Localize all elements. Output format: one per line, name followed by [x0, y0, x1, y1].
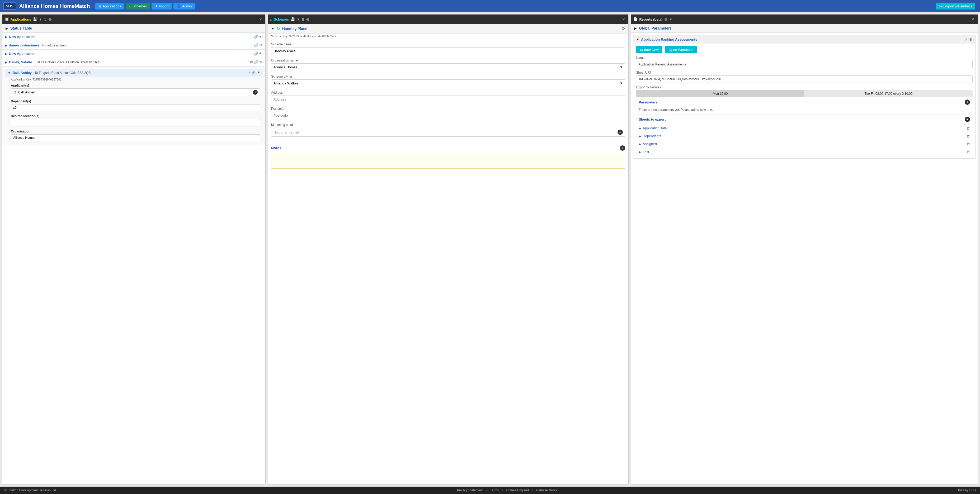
app-item-arrow[interactable]: ▶ [5, 35, 7, 39]
link-icon[interactable]: 🔗 [254, 60, 258, 64]
scheme-name-input[interactable] [271, 47, 625, 55]
app-title: Alliance Homes HomeMatch [19, 3, 90, 9]
add-sheet-btn[interactable]: + [965, 117, 970, 122]
eye-icon[interactable]: 👁 [259, 43, 262, 47]
address-input[interactable] [271, 95, 625, 103]
sheet-item-arrow[interactable]: ▶ [639, 126, 641, 130]
status-table-label: Status Table [10, 26, 32, 30]
privacy-statement-link[interactable]: Privacy Statement [457, 488, 483, 492]
notes-textarea[interactable] [271, 153, 625, 168]
link-icon[interactable]: 🔗 [254, 43, 258, 47]
postcode-input[interactable] [271, 112, 625, 119]
transfer-icon[interactable]: ⇄ [250, 60, 253, 64]
applications-nav-btn[interactable]: ⊞ Applications [95, 3, 124, 10]
schemes-body: ▼ ↻ Handley Place ⟳ Scheme Key: 9c21d3ca… [268, 24, 628, 484]
desired-locations-box[interactable] [11, 119, 260, 126]
scheme-owner-group: Scheme owner Amanda Walton ▼ [271, 75, 625, 87]
applications-panel-icon: 🔲 [5, 17, 9, 21]
app-item-arrow[interactable]: ▼ [8, 71, 11, 75]
schemes-nav-btn[interactable]: ⌂ Schemes [126, 3, 150, 10]
schemes-panel: ⌂ Schemes 💾 ▼ ⇅ ⊕ ✕ ▼ ↻ Handley Place ⟳ … [268, 14, 629, 484]
ranking-delete-btn[interactable]: 🗑 [969, 37, 973, 41]
sheet-item-name: Dependants [643, 134, 967, 138]
close-schemes-panel-btn[interactable]: ✕ [621, 17, 626, 22]
terms-link[interactable]: Terms [490, 488, 499, 492]
status-table-row[interactable]: ▶ Status Table [2, 24, 265, 33]
ranking-resize-btn[interactable]: ⤢ [965, 37, 968, 41]
logout-btn[interactable]: ↪ Logout williamhalls [936, 3, 975, 10]
delete-sheet-btn[interactable]: 🗑 [967, 142, 970, 146]
ranking-header: ▼ Application Ranking Assessments ⤢ 🗑 [633, 35, 975, 43]
add-email-btn[interactable]: + [617, 130, 623, 135]
ranking-collapse-arrow[interactable]: ▼ [636, 38, 640, 41]
schedule-1: Mon 16:00 [636, 90, 804, 97]
delete-sheet-btn[interactable]: 🗑 [967, 134, 970, 138]
sheet-item-arrow[interactable]: ▶ [639, 150, 641, 154]
ranking-buttons: Update Now Open Workbook [636, 46, 973, 53]
sort-schemes-icon[interactable]: ⇅ [302, 17, 304, 21]
scheme-owner-select[interactable]: Amanda Walton ▼ [271, 79, 625, 87]
scheme-collapse-arrow[interactable]: ▼ [271, 27, 275, 30]
organisation-section: Organisation Alliance Homes [5, 128, 262, 143]
transfer-icon[interactable]: ⇄ [247, 71, 250, 75]
built-by: Built by SDS [958, 488, 976, 492]
homes-england-link[interactable]: Homes England [506, 488, 529, 492]
no-params-text: There are no parameters yet. Please add … [636, 107, 973, 114]
app-item-arrow[interactable]: ▶ [5, 52, 7, 56]
add-scheme-icon[interactable]: ⊕ [306, 17, 309, 22]
filter-schemes-icon[interactable]: ▼ [296, 17, 300, 21]
app-item-name[interactable]: New Application [9, 35, 36, 39]
sheet-item-arrow[interactable]: ▶ [639, 134, 641, 138]
scheme-form: Scheme name Organisation name Alliance H… [268, 40, 628, 143]
add-application-icon[interactable]: ⊕ [48, 17, 52, 22]
add-parameter-btn[interactable]: + [965, 100, 970, 105]
sort-icon[interactable]: ⇅ [44, 17, 47, 21]
applications-panel-title: Applications [11, 17, 31, 21]
eye-icon[interactable]: 👁 [259, 35, 262, 39]
save-icon[interactable]: 💾 [33, 17, 37, 21]
scheme-history-btn[interactable]: ⟳ [622, 26, 625, 31]
admin-nav-btn[interactable]: 👤 Admin [173, 3, 195, 10]
app-item-name[interactable]: damortonbusiness [9, 43, 40, 47]
dot-3: • [532, 488, 533, 492]
import-nav-btn[interactable]: ⬇ Import [151, 3, 172, 10]
link-icon[interactable]: 🔗 [254, 35, 258, 39]
ranking-section: ▼ Application Ranking Assessments ⤢ 🗑 Up… [633, 35, 975, 159]
schemes-panel-icon: ⌂ [270, 17, 272, 21]
update-now-btn[interactable]: Update Now [636, 46, 662, 53]
app-item-name[interactable]: Bailey, Natalie [9, 60, 32, 64]
close-applications-panel-btn[interactable]: ✕ [258, 17, 263, 22]
scheme-name: Handley Place [282, 27, 307, 31]
add-note-btn[interactable]: + [620, 145, 625, 151]
list-item: ▶ damortonbusiness No address found 🔗 👁 [2, 41, 265, 49]
eye-icon[interactable]: 👁 [259, 60, 262, 64]
app-item-arrow[interactable]: ▶ [5, 43, 7, 47]
app-item-arrow[interactable]: ▶ [5, 60, 7, 64]
save-schemes-icon[interactable]: 💾 [290, 17, 295, 21]
notes-header: Notes + [268, 143, 628, 153]
eye-icon[interactable]: 👁 [257, 71, 260, 75]
list-item: ▶ Dependants 🗑 [636, 132, 973, 140]
logout-icon: ↪ [939, 4, 942, 8]
marketing-email-select[interactable]: No current email + [271, 128, 625, 137]
sheet-item-arrow[interactable]: ▶ [639, 142, 641, 146]
global-params-row[interactable]: ▶ Global Parameters [631, 24, 978, 33]
list-item: ▶ Test 🗑 [636, 148, 973, 156]
app-item-name[interactable]: New Application [9, 52, 36, 56]
eye-icon[interactable]: 👁 [259, 52, 262, 56]
filter-report-icon[interactable]: ▼ [669, 17, 673, 21]
link-icon[interactable]: 🔗 [251, 71, 256, 75]
add-applicant-btn[interactable]: + [253, 90, 258, 95]
open-workbook-btn[interactable]: Open Workbook [665, 46, 697, 53]
delete-sheet-btn[interactable]: 🗑 [967, 150, 970, 154]
close-reports-panel-btn[interactable]: ✕ [970, 17, 975, 22]
main-content: 🔲 Applications 💾 ▼ ⇅ ⊕ ✕ ▶ Status Table … [0, 12, 980, 487]
release-notes-link[interactable]: Release Notes [536, 488, 557, 492]
filter-icon[interactable]: ▼ [39, 17, 42, 21]
schemes-panel-header: ⌂ Schemes 💾 ▼ ⇅ ⊕ ✕ [268, 14, 628, 24]
delete-sheet-btn[interactable]: 🗑 [967, 126, 970, 130]
org-name-select[interactable]: Alliance Homes ▼ [271, 64, 625, 71]
app-item-name[interactable]: Ball, Ashley [13, 71, 32, 75]
link-icon[interactable]: 🔗 [254, 52, 258, 56]
add-report-icon[interactable]: ⊕ [664, 17, 668, 22]
